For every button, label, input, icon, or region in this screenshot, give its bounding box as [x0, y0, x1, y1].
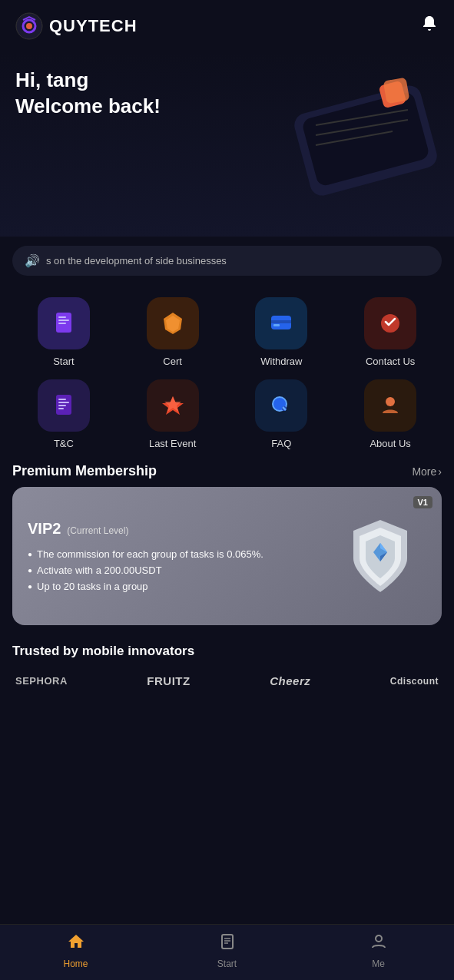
grid-item-aboutus[interactable]: About Us [339, 379, 442, 449]
start-icon-box [38, 297, 90, 349]
brands-row: SEPHORA FRUITZ Cheerz Cdiscount [12, 674, 442, 687]
start-label: Start [53, 356, 74, 367]
hero-illustration [254, 52, 454, 221]
vip-title: VIP2 [28, 520, 61, 538]
icon-grid-row1: Start Cert Withdraw Contac [12, 297, 442, 367]
grid-item-tc[interactable]: T&C [12, 379, 115, 449]
svg-rect-20 [58, 402, 69, 403]
nav-start[interactable]: Start [200, 932, 254, 969]
svg-rect-21 [58, 405, 66, 406]
svg-point-2 [26, 23, 32, 29]
premium-title: Premium Membership [12, 463, 157, 479]
logo: QUYTECH [15, 12, 138, 40]
icon-grid-row2: T&C Last Event FAQ About U [12, 379, 442, 449]
brand-cheerz: Cheerz [270, 674, 310, 687]
vip-shield-icon [334, 510, 426, 602]
cert-icon-box [147, 297, 199, 349]
tc-label: T&C [54, 438, 74, 449]
vip-content: VIP2 (Current Level) The commission for … [28, 520, 334, 592]
nav-me-label: Me [372, 958, 385, 969]
grid-item-start[interactable]: Start [12, 297, 115, 367]
withdraw-icon-box [255, 297, 307, 349]
svg-rect-9 [383, 78, 410, 104]
hero-section: Hi, tang Welcome back! [0, 52, 454, 237]
more-link[interactable]: More › [412, 465, 442, 478]
contact-icon-box [364, 297, 416, 349]
nav-me[interactable]: Me [352, 932, 406, 969]
faq-label: FAQ [271, 438, 291, 449]
tc-icon-box [38, 379, 90, 432]
brand-cdiscount: Cdiscount [390, 676, 439, 687]
grid-item-withdraw[interactable]: Withdraw [230, 297, 333, 367]
vip-card[interactable]: V1 VIP2 (Current Level) The commission f… [12, 487, 442, 625]
icon-grid-section: Start Cert Withdraw Contac [0, 285, 454, 449]
nav-home-label: Home [63, 958, 88, 969]
contact-label: Contact Us [366, 356, 415, 367]
bottom-nav: Home Start Me [0, 924, 454, 980]
grid-item-contact[interactable]: Contact Us [339, 297, 442, 367]
nav-start-label: Start [217, 958, 237, 969]
brand-fruitz: FRUITZ [147, 674, 190, 687]
svg-point-28 [386, 397, 395, 406]
trusted-title: Trusted by mobile innovators [12, 644, 442, 659]
grid-item-cert[interactable]: Cert [121, 297, 224, 367]
svg-rect-4 [301, 91, 430, 187]
vip-badge: V1 [413, 496, 432, 508]
svg-rect-13 [58, 323, 66, 324]
vip-feature-3: Up to 20 tasks in a group [28, 581, 334, 592]
marquee-text: s on the development of side businesses [46, 255, 227, 267]
grid-item-faq[interactable]: FAQ [230, 379, 333, 449]
svg-point-36 [376, 935, 382, 942]
cert-label: Cert [163, 356, 182, 367]
lastevent-icon-box [147, 379, 199, 432]
aboutus-icon-box [364, 379, 416, 432]
vip-feature-1: The commission for each group of tasks i… [28, 548, 334, 560]
vip-features: The commission for each group of tasks i… [28, 548, 334, 592]
svg-rect-11 [58, 316, 66, 318]
svg-rect-15 [271, 320, 291, 323]
me-nav-icon [369, 932, 388, 955]
svg-rect-16 [273, 324, 280, 326]
speaker-icon: 🔊 [25, 253, 40, 268]
lastevent-label: Last Event [149, 438, 196, 449]
start-nav-icon [218, 932, 237, 955]
faq-icon-box [255, 379, 307, 432]
trusted-section: Trusted by mobile innovators SEPHORA FRU… [0, 625, 454, 697]
marquee-bar: 🔊 s on the development of side businesse… [12, 246, 442, 276]
vip-feature-2: Activate with a 200.00USDT [28, 564, 334, 576]
svg-rect-12 [58, 319, 69, 321]
svg-rect-22 [58, 408, 64, 409]
grid-item-lastevent[interactable]: Last Event [121, 379, 224, 449]
nav-home[interactable]: Home [49, 932, 103, 969]
home-icon [67, 932, 85, 955]
logo-icon [15, 12, 43, 40]
svg-rect-19 [58, 399, 66, 400]
app-header: QUYTECH [0, 0, 454, 52]
vip-subtitle: (Current Level) [67, 525, 128, 536]
bell-icon[interactable] [420, 15, 439, 38]
premium-header: Premium Membership More › [0, 449, 454, 487]
brand-sephora: SEPHORA [15, 675, 68, 687]
aboutus-label: About Us [369, 438, 410, 449]
svg-rect-32 [222, 935, 233, 949]
withdraw-label: Withdraw [260, 356, 302, 367]
logo-text: QUYTECH [49, 16, 138, 36]
